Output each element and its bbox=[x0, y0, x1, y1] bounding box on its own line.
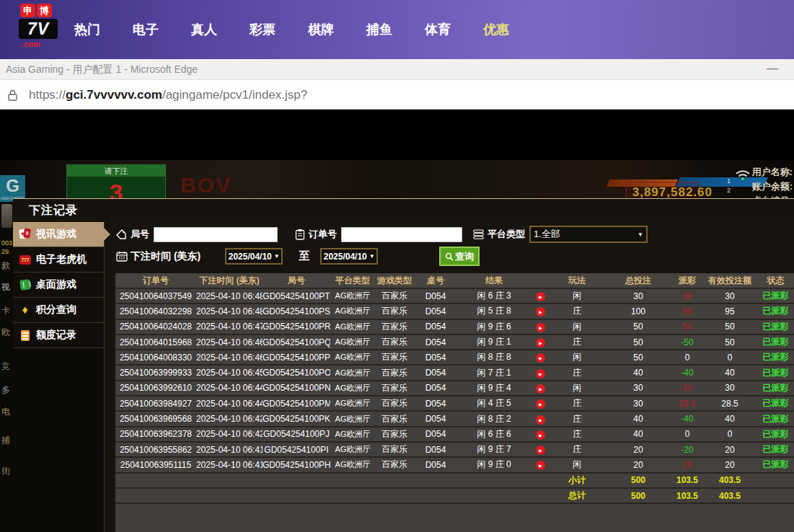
sidebar-item-slots[interactable]: 777 电子老虎机 bbox=[13, 247, 104, 272]
search-button-label: 查询 bbox=[455, 250, 474, 263]
replay-button[interactable] bbox=[536, 445, 545, 455]
nav-item-sports[interactable]: 体育 bbox=[425, 21, 451, 38]
round-number-input[interactable] bbox=[154, 227, 278, 242]
site-logo[interactable]: 申 博 7V .com bbox=[19, 4, 62, 48]
cell-result: 闲 9 庄 4 bbox=[457, 382, 531, 394]
background-fragment: 卡 bbox=[1, 305, 10, 317]
cell-play: 闲 bbox=[550, 290, 604, 302]
cell-table: D054 bbox=[414, 291, 457, 301]
cell-status: 已派彩 bbox=[757, 321, 794, 333]
cell-valid: 0 bbox=[702, 353, 757, 363]
nav-item-promo[interactable]: 优惠 bbox=[483, 21, 509, 38]
logo-tld: .com bbox=[22, 40, 62, 48]
cell-result: 闲 7 庄 1 bbox=[457, 367, 531, 379]
nav-items: 热门 电子 真人 彩票 棋牌 捕鱼 体育 优惠 bbox=[74, 0, 509, 59]
cell-status: 已派彩 bbox=[757, 305, 794, 317]
sidebar-item-label: 额度记录 bbox=[36, 329, 76, 342]
replay-button[interactable] bbox=[536, 461, 545, 470]
minimize-button[interactable]: — bbox=[767, 59, 778, 78]
total-row-cell: 总计 bbox=[550, 489, 604, 502]
cell-bet: 30 bbox=[604, 399, 672, 409]
slot-machine-icon: 777 bbox=[19, 254, 31, 266]
date-from-select[interactable]: 2025/04/10 ▼ bbox=[225, 248, 283, 265]
cell-table: D054 bbox=[414, 460, 457, 470]
avatar bbox=[1, 204, 12, 228]
replay-button[interactable] bbox=[536, 307, 545, 316]
cell-platform: AG欧洲厅 bbox=[330, 322, 375, 332]
cell-game: 百家乐 bbox=[375, 413, 414, 425]
cell-replay bbox=[531, 459, 550, 470]
cell-bet: 40 bbox=[604, 414, 672, 424]
cell-play: 庄 bbox=[550, 413, 604, 425]
replay-button[interactable] bbox=[536, 323, 545, 332]
table-row: 2504100639623782025-04-10 06:42:13GD0542… bbox=[115, 427, 794, 443]
cell-round: GD054254100PT bbox=[263, 291, 330, 301]
sidebar-item-label: 积分查询 bbox=[36, 303, 76, 316]
cell-status: 已派彩 bbox=[757, 443, 794, 456]
url-host: gci.7vvvvvv.com bbox=[66, 88, 162, 102]
sidebar-item-video-games[interactable]: ♥9 视讯游戏 bbox=[13, 222, 104, 247]
cell-bet: 50 bbox=[604, 322, 672, 332]
column-header: 结果 bbox=[457, 275, 531, 287]
sidebar-item-points-query[interactable]: ♦ 积分查询 bbox=[13, 298, 104, 323]
modal-sidebar: ♥9 视讯游戏 777 电子老虎机 ⋮⋮ 桌面游戏 ♦ 积分查询 额度记录 bbox=[13, 222, 105, 532]
column-header: 订单号 bbox=[115, 275, 196, 287]
replay-button[interactable] bbox=[536, 369, 545, 378]
platform-type-label: 平台类型 bbox=[488, 228, 525, 241]
replay-button[interactable] bbox=[536, 384, 545, 394]
cell-status: 已派彩 bbox=[757, 428, 794, 440]
account-info-label: 用户名称: bbox=[752, 165, 793, 179]
cell-status: 已派彩 bbox=[757, 413, 794, 425]
cell-game: 百家乐 bbox=[375, 305, 414, 317]
cell-order: 250410063999933 bbox=[115, 368, 196, 378]
table-row: 2504100640322982025-04-10 06:48:13GD0542… bbox=[115, 304, 794, 319]
cell-bet: 100 bbox=[604, 306, 672, 316]
nav-item-fishing[interactable]: 捕鱼 bbox=[366, 21, 392, 38]
nav-item-chess[interactable]: 棋牌 bbox=[308, 21, 334, 38]
cell-round: GD054254100PQ bbox=[263, 337, 330, 347]
column-header: 有效投注额 bbox=[702, 275, 757, 287]
cell-table: D054 bbox=[414, 445, 457, 455]
column-header: 局号 bbox=[263, 275, 330, 287]
nav-item-electronic[interactable]: 电子 bbox=[133, 21, 159, 38]
cell-game: 百家乐 bbox=[375, 367, 414, 379]
replay-button[interactable] bbox=[536, 338, 545, 347]
search-button[interactable]: 查询 bbox=[439, 247, 480, 266]
cell-replay bbox=[531, 429, 550, 440]
replay-button[interactable] bbox=[536, 399, 545, 409]
nav-item-hot[interactable]: 热门 bbox=[74, 21, 100, 38]
cell-payout: 0 bbox=[672, 353, 702, 363]
cell-order: 250410063984927 bbox=[115, 399, 196, 409]
cell-bet: 30 bbox=[604, 383, 672, 393]
replay-button[interactable] bbox=[536, 292, 545, 301]
cell-replay bbox=[531, 352, 550, 363]
cell-play: 闲 bbox=[550, 382, 604, 394]
platform-type-select[interactable]: 1.全部 ▼ bbox=[529, 226, 648, 243]
sidebar-item-label: 桌面游戏 bbox=[36, 278, 76, 291]
nav-item-lottery[interactable]: 彩票 bbox=[250, 21, 275, 38]
column-header: 总投注 bbox=[604, 275, 672, 287]
cell-replay bbox=[531, 291, 550, 301]
replay-button[interactable] bbox=[536, 353, 545, 363]
balance-amount: 3,897,582.60 bbox=[591, 185, 713, 200]
sidebar-item-table-games[interactable]: ⋮⋮ 桌面游戏 bbox=[13, 272, 104, 298]
replay-button[interactable] bbox=[536, 430, 545, 440]
cell-replay bbox=[531, 383, 550, 394]
date-to-select[interactable]: 2025/04/10 ▼ bbox=[320, 248, 378, 265]
records-table: 订单号下注时间 (美东)局号平台类型游戏类型桌号结果玩法总投注派彩有效投注额状态… bbox=[115, 273, 794, 532]
sidebar-item-credit-records[interactable]: 额度记录 bbox=[13, 323, 104, 348]
order-number-input[interactable] bbox=[341, 227, 462, 242]
table-row: 2504100639849272025-04-10 06:44:11GD0542… bbox=[115, 396, 794, 412]
subtotal-row: 小计500103.5403.5 bbox=[115, 474, 794, 489]
wifi-icon bbox=[734, 169, 751, 182]
screen: 申 博 7V .com 热门 电子 真人 彩票 棋牌 捕鱼 体育 优惠 Asia… bbox=[0, 0, 794, 532]
date-range-to-label: 至 bbox=[299, 249, 309, 263]
seat-numbers: 12 bbox=[727, 177, 731, 195]
cell-valid: 95 bbox=[702, 306, 757, 316]
nav-item-live[interactable]: 真人 bbox=[191, 21, 217, 38]
cell-play: 庄 bbox=[550, 367, 604, 379]
cell-status: 已派彩 bbox=[757, 290, 794, 302]
url-bar[interactable]: https://gci.7vvvvvv.com/agingame/pcv1/in… bbox=[0, 79, 794, 110]
replay-button[interactable] bbox=[536, 415, 545, 425]
bet-prompt: 请下注 bbox=[67, 165, 165, 177]
